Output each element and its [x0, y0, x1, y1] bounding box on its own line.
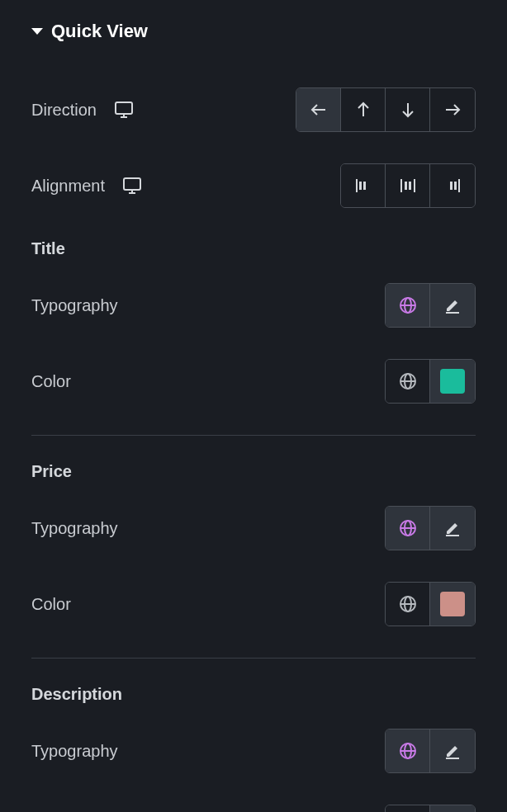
svg-rect-19 [454, 182, 457, 190]
price-typography-globe-button[interactable] [386, 507, 430, 550]
align-start-button[interactable] [341, 164, 386, 207]
svg-rect-15 [405, 182, 407, 190]
direction-right-button[interactable] [430, 88, 475, 131]
align-center-icon [399, 177, 417, 195]
direction-row: Direction [31, 87, 476, 132]
direction-left-button[interactable] [296, 88, 341, 131]
title-typography-row: Typography [31, 283, 476, 328]
price-typography-row: Typography [31, 506, 476, 550]
price-color-label: Color [31, 595, 71, 614]
price-color-controls [385, 582, 476, 626]
svg-rect-7 [124, 178, 140, 190]
direction-down-button[interactable] [386, 88, 430, 131]
description-color-controls [385, 805, 476, 812]
alignment-label-group: Alignment [31, 177, 141, 196]
price-typography-controls [385, 506, 476, 550]
direction-label: Direction [31, 101, 97, 120]
description-typography-controls [385, 729, 476, 773]
price-heading: Price [31, 462, 476, 481]
align-center-button[interactable] [386, 164, 430, 207]
description-typography-row: Typography [31, 729, 476, 773]
price-color-swatch-button[interactable] [430, 583, 475, 626]
arrow-right-icon [443, 101, 462, 119]
title-typography-label: Typography [31, 296, 118, 315]
price-color-globe-button[interactable] [386, 583, 430, 626]
title-typography-edit-button[interactable] [430, 284, 475, 327]
arrow-down-icon [399, 101, 417, 119]
globe-icon [399, 372, 417, 390]
title-color-label: Color [31, 372, 71, 391]
description-color-globe-button[interactable] [386, 805, 430, 812]
title-color-controls [385, 359, 476, 404]
title-color-row: Color [31, 359, 476, 404]
globe-icon [399, 519, 417, 537]
alignment-button-group [340, 163, 476, 208]
svg-rect-12 [363, 182, 366, 190]
direction-up-button[interactable] [341, 88, 386, 131]
globe-icon [399, 296, 417, 314]
pencil-icon [443, 519, 462, 537]
desktop-icon[interactable] [123, 177, 141, 194]
section-title: Quick View [51, 21, 148, 42]
color-swatch [440, 369, 465, 394]
direction-button-group [296, 87, 476, 132]
price-typography-edit-button[interactable] [430, 507, 475, 550]
description-typography-edit-button[interactable] [430, 729, 475, 772]
svg-rect-0 [116, 102, 132, 114]
description-heading: Description [31, 685, 476, 704]
svg-rect-11 [359, 182, 362, 190]
price-typography-label: Typography [31, 519, 118, 538]
price-color-row: Color [31, 582, 476, 626]
desktop-icon[interactable] [115, 102, 133, 118]
divider [31, 658, 476, 659]
pencil-icon [443, 296, 462, 314]
direction-label-group: Direction [31, 101, 133, 120]
quick-view-header[interactable]: Quick View [31, 21, 476, 42]
pencil-icon [443, 742, 462, 760]
svg-rect-16 [409, 182, 411, 190]
title-heading: Title [31, 239, 476, 258]
description-typography-label: Typography [31, 742, 118, 761]
description-color-row: Color [31, 805, 476, 812]
globe-icon [399, 595, 417, 613]
svg-rect-18 [450, 182, 453, 190]
align-end-icon [443, 177, 462, 195]
caret-down-icon [31, 28, 43, 35]
title-color-swatch-button[interactable] [430, 360, 475, 403]
arrow-up-icon [354, 101, 372, 119]
title-typography-globe-button[interactable] [386, 284, 430, 327]
globe-icon [399, 742, 417, 760]
align-end-button[interactable] [430, 164, 475, 207]
color-swatch [440, 592, 465, 616]
alignment-row: Alignment [31, 163, 476, 208]
title-color-globe-button[interactable] [386, 360, 430, 403]
align-start-icon [354, 177, 372, 195]
description-color-swatch-button[interactable] [430, 805, 475, 812]
alignment-label: Alignment [31, 177, 105, 196]
title-typography-controls [385, 283, 476, 328]
description-typography-globe-button[interactable] [386, 729, 430, 772]
arrow-left-icon [310, 101, 328, 119]
divider [31, 435, 476, 436]
